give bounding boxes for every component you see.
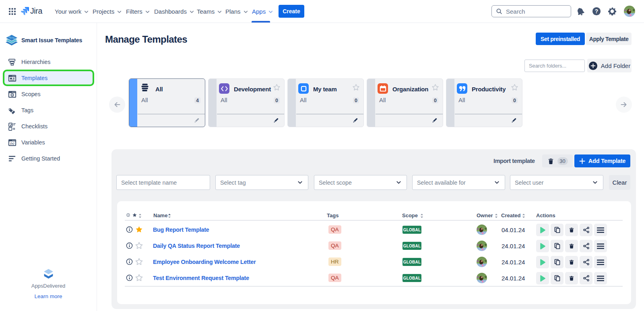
svg-text:?: ? [595, 8, 598, 14]
svg-text:(x): (x) [10, 141, 14, 145]
